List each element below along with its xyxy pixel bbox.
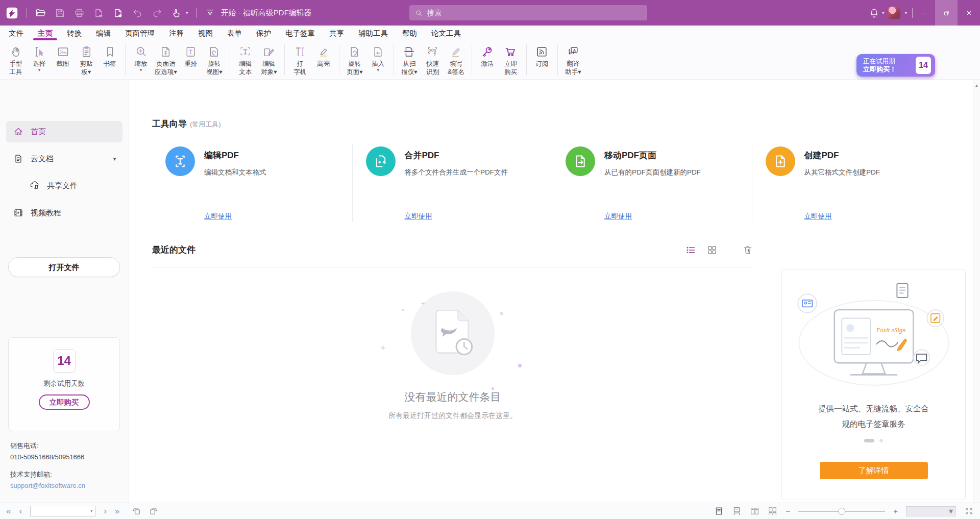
- single-page-view-icon[interactable]: [714, 506, 724, 516]
- menu-item-paper-tools[interactable]: 论文工具: [428, 26, 464, 41]
- menu-item-accessibility[interactable]: 辅助工具: [355, 26, 391, 41]
- tool-buy-now[interactable]: 立即购买: [499, 43, 523, 77]
- tool-clipboard[interactable]: 剪贴板▾: [75, 43, 98, 77]
- menu-item-page-manage[interactable]: 页面管理: [121, 26, 158, 41]
- sidebar-item-home[interactable]: 首页: [6, 121, 122, 142]
- open-file-button[interactable]: 打开文件: [8, 257, 120, 277]
- tool-activate[interactable]: 激活: [476, 43, 499, 68]
- tool-hand-tool[interactable]: 手型工具: [4, 43, 28, 77]
- chevron-down-icon[interactable]: ▾: [949, 506, 953, 516]
- tool-from-scanner[interactable]: 从扫描仪▾: [398, 43, 421, 77]
- notifications-icon[interactable]: [868, 7, 880, 19]
- tool-rotate-view[interactable]: 旋转视图▾: [203, 43, 226, 77]
- chevron-down-icon[interactable]: ▾: [904, 10, 907, 15]
- collapse-ribbon-icon[interactable]: [204, 7, 216, 19]
- previous-page-button[interactable]: ‹: [19, 507, 22, 515]
- tool-subscribe[interactable]: 订阅: [530, 43, 554, 68]
- tool-edit-text[interactable]: 编辑文本: [234, 43, 257, 77]
- touch-mode-icon[interactable]: [170, 7, 182, 19]
- list-view-icon[interactable]: [685, 244, 696, 256]
- carousel-dots[interactable]: [782, 439, 965, 442]
- menu-item-view[interactable]: 视图: [194, 26, 216, 41]
- rotate-right-icon[interactable]: [149, 506, 158, 516]
- menu-item-comment[interactable]: 注释: [165, 26, 187, 41]
- zoom-level-box[interactable]: ▾: [906, 506, 956, 516]
- redo-icon[interactable]: [151, 7, 163, 19]
- search-box[interactable]: [409, 5, 647, 20]
- first-page-button[interactable]: «: [6, 507, 11, 515]
- tool-label: 订阅: [535, 60, 548, 68]
- next-page-button[interactable]: ›: [104, 507, 107, 515]
- restore-button[interactable]: [935, 0, 958, 26]
- tool-rotate-pages[interactable]: 旋转页面▾: [343, 43, 366, 77]
- menu-item-help[interactable]: 帮助: [399, 26, 421, 41]
- clear-recent-icon[interactable]: [742, 244, 753, 256]
- use-now-link[interactable]: 立即使用: [204, 212, 232, 221]
- rotate-left-icon[interactable]: [132, 506, 141, 516]
- scroll-up-icon[interactable]: ▲: [973, 83, 980, 88]
- minimize-button[interactable]: [913, 0, 935, 26]
- menu-item-form[interactable]: 表单: [224, 26, 246, 41]
- tool-reflow[interactable]: 重排: [179, 43, 203, 68]
- remove-page-icon[interactable]: [93, 7, 105, 19]
- search-input[interactable]: [427, 9, 642, 17]
- close-button[interactable]: [958, 0, 980, 26]
- menu-item-share[interactable]: 共享: [326, 26, 348, 41]
- zoom-level-input[interactable]: [909, 508, 949, 515]
- menu-item-esign[interactable]: 电子签章: [282, 26, 318, 41]
- zoom-out-button[interactable]: −: [786, 507, 790, 515]
- tool-quick-ocr[interactable]: OCR快速识别: [421, 43, 445, 77]
- chevron-down-icon[interactable]: ▾: [186, 10, 188, 15]
- menu-item-convert[interactable]: 转换: [63, 26, 85, 41]
- scrollbar[interactable]: ▲: [973, 80, 980, 503]
- tool-fill-sign[interactable]: 填写&签名: [445, 43, 468, 77]
- tool-highlight[interactable]: 高亮: [312, 43, 335, 68]
- carousel-dot-active[interactable]: [864, 439, 874, 442]
- sidebar-item-cloud-docs[interactable]: 云文档▾: [6, 148, 122, 169]
- tool-translate-assistant[interactable]: A翻译助手▾: [561, 43, 585, 77]
- tool-page-fit-options[interactable]: 页面适应选项▾: [153, 43, 179, 77]
- chevron-down-icon[interactable]: ▾: [113, 156, 116, 162]
- close-icon: [963, 7, 975, 19]
- facing-continuous-view-icon[interactable]: [768, 506, 777, 516]
- menu-item-protect[interactable]: 保护: [253, 26, 275, 41]
- tool-typewriter[interactable]: 打字机: [288, 43, 312, 77]
- undo-icon[interactable]: [132, 7, 143, 19]
- tool-select[interactable]: 选择▾: [28, 43, 51, 73]
- tool-insert[interactable]: 插入▾: [366, 43, 390, 73]
- sidebar-item-video-tutorials[interactable]: 视频教程: [6, 202, 122, 224]
- tool-edit-object[interactable]: 编辑对象▾: [257, 43, 281, 77]
- continuous-view-icon[interactable]: [732, 506, 742, 516]
- tool-bookmark[interactable]: 书签: [98, 43, 121, 68]
- trial-badge[interactable]: 正在试用期 立即购买！ 14: [856, 54, 935, 77]
- menu-item-file[interactable]: 文件: [5, 26, 27, 41]
- use-now-link[interactable]: 立即使用: [405, 212, 432, 221]
- print-icon[interactable]: [74, 7, 85, 19]
- tool-snapshot[interactable]: 截图: [51, 43, 75, 68]
- page-number-box[interactable]: ▾: [30, 506, 95, 516]
- page-number-input[interactable]: [33, 508, 90, 515]
- use-now-link[interactable]: 立即使用: [604, 212, 632, 221]
- sidebar-item-shared-files[interactable]: 共享文件: [6, 175, 122, 196]
- buy-now-button[interactable]: 立即购买: [39, 394, 90, 410]
- zoom-in-button[interactable]: +: [893, 507, 898, 515]
- carousel-dot[interactable]: [879, 439, 883, 442]
- support-email-link[interactable]: support@foxitsoftware.cn: [10, 480, 85, 491]
- chevron-down-icon[interactable]: ▾: [882, 10, 885, 15]
- save-icon[interactable]: [54, 7, 66, 19]
- user-avatar[interactable]: [888, 7, 900, 19]
- tool-zoom[interactable]: 缩放▾: [129, 43, 153, 73]
- learn-more-button[interactable]: 了解详情: [820, 462, 928, 479]
- last-page-button[interactable]: »: [115, 507, 119, 515]
- use-now-link[interactable]: 立即使用: [804, 212, 832, 221]
- chevron-down-icon[interactable]: ▾: [90, 509, 92, 513]
- grid-view-icon[interactable]: [706, 244, 718, 256]
- zoom-slider[interactable]: [798, 511, 885, 512]
- fullscreen-icon[interactable]: [964, 506, 974, 516]
- menu-item-home[interactable]: 主页: [34, 26, 56, 41]
- open-file-icon[interactable]: [35, 7, 46, 19]
- facing-view-icon[interactable]: [750, 506, 760, 516]
- add-page-icon[interactable]: [112, 7, 124, 19]
- zoom-slider-knob[interactable]: [838, 508, 845, 515]
- menu-item-edit[interactable]: 编辑: [92, 26, 114, 41]
